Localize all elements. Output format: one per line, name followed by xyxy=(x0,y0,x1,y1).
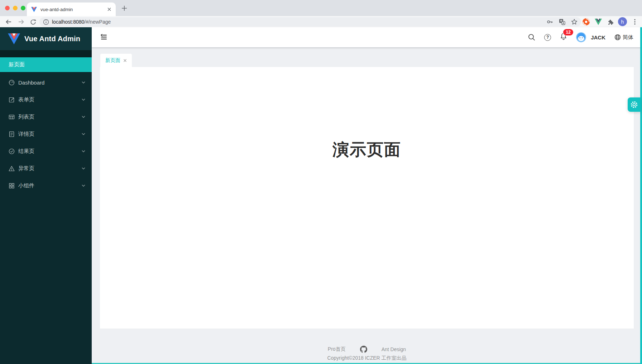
menu-fold-icon[interactable] xyxy=(100,33,108,41)
sidebar-item-label: 列表页 xyxy=(18,114,82,120)
page-tabbar: 新页面 xyxy=(92,47,642,67)
user-avatar[interactable] xyxy=(576,32,586,42)
extension-orange-icon[interactable] xyxy=(581,17,590,26)
translate-icon[interactable] xyxy=(559,19,565,25)
new-tab-button[interactable] xyxy=(120,4,128,12)
url-path: /#/newPage xyxy=(84,19,111,25)
chevron-down-icon xyxy=(82,167,85,169)
main-area: ? 12 JACK 简体 xyxy=(92,27,642,364)
sidebar-item-dashboard[interactable]: Dashboard xyxy=(0,75,92,90)
browser-tab[interactable]: vue-antd-admin xyxy=(27,3,116,16)
browser-profile-avatar[interactable]: h xyxy=(618,17,627,26)
bookmark-star-icon[interactable] xyxy=(571,19,578,25)
chevron-down-icon xyxy=(82,185,85,187)
browser-tab-title: vue-antd-admin xyxy=(40,7,107,12)
check-circle-icon xyxy=(9,148,15,154)
app-title: Vue Antd Admin xyxy=(24,35,80,43)
address-bar[interactable]: localhost:8080/#/newPage xyxy=(39,17,581,27)
maximize-window-button[interactable] xyxy=(21,6,25,10)
forward-icon[interactable] xyxy=(17,18,25,26)
footer-link-pro-home[interactable]: Pro首页 xyxy=(328,346,346,353)
vue-favicon-icon xyxy=(31,7,37,12)
chevron-down-icon xyxy=(82,133,85,135)
content-card: 演示页面 xyxy=(100,67,634,329)
sidebar-item-form[interactable]: 表单页 xyxy=(0,92,92,107)
profile-icon xyxy=(9,131,15,137)
search-icon[interactable] xyxy=(528,34,535,41)
sidebar: Vue Antd Admin 新页面 Dashboard xyxy=(0,27,92,364)
settings-drawer-button[interactable] xyxy=(628,97,641,112)
tab-close-icon[interactable] xyxy=(123,59,127,62)
global-footer: Pro首页 Ant Design Copyright©2018 ICZER 工作… xyxy=(92,345,642,361)
warning-icon xyxy=(9,166,15,172)
notification-bell[interactable]: 12 xyxy=(560,33,567,42)
sidebar-item-label: 小组件 xyxy=(18,182,82,189)
sidebar-item-detail[interactable]: 详情页 xyxy=(0,126,92,142)
minimize-window-button[interactable] xyxy=(13,6,18,10)
chevron-down-icon xyxy=(82,99,85,101)
table-icon xyxy=(9,114,15,120)
tab-label: 新页面 xyxy=(105,57,120,64)
sidebar-item-label: 新页面 xyxy=(9,61,25,68)
password-key-icon[interactable] xyxy=(547,19,553,25)
chevron-down-icon xyxy=(82,81,85,83)
form-icon xyxy=(9,97,15,103)
site-info-icon[interactable] xyxy=(43,19,49,25)
sidebar-item-label: 异常页 xyxy=(18,165,82,172)
sidebar-menu-gap xyxy=(0,50,92,57)
footer-link-ant-design[interactable]: Ant Design xyxy=(382,346,406,352)
page-title: 演示页面 xyxy=(100,67,634,161)
language-selector[interactable]: 简体 xyxy=(614,34,633,41)
app-root: Vue Antd Admin 新页面 Dashboard xyxy=(0,27,642,364)
sidebar-item-widgets[interactable]: 小组件 xyxy=(0,178,92,193)
extensions-puzzle-icon[interactable] xyxy=(606,17,615,26)
window-controls xyxy=(5,6,25,10)
header-actions: ? 12 JACK 简体 xyxy=(528,27,633,47)
username-label[interactable]: JACK xyxy=(591,34,605,40)
sidebar-item-newpage[interactable]: 新页面 xyxy=(0,57,92,72)
app-logo[interactable]: Vue Antd Admin xyxy=(0,27,92,50)
dashboard-icon xyxy=(9,80,15,86)
tab-close-icon[interactable] xyxy=(107,7,111,11)
browser-tabstrip: vue-antd-admin xyxy=(0,0,642,16)
back-icon[interactable] xyxy=(4,18,13,26)
browser-menu-kebab-icon[interactable] xyxy=(630,17,639,26)
sidebar-item-exception[interactable]: 异常页 xyxy=(0,161,92,176)
sidebar-item-label: 详情页 xyxy=(18,131,82,138)
sidebar-item-label: 结果页 xyxy=(18,148,82,155)
sidebar-menu: Dashboard 表单页 xyxy=(0,75,92,193)
extension-vue-devtools-icon[interactable] xyxy=(594,17,603,26)
browser-window: vue-antd-admin localhost:8080/#/newPage xyxy=(0,0,642,364)
vue-logo-icon xyxy=(8,33,20,44)
theme-edge-strip xyxy=(640,27,642,364)
gear-icon xyxy=(630,101,638,109)
page-header: ? 12 JACK 简体 xyxy=(92,27,642,47)
tab-newpage[interactable]: 新页面 xyxy=(100,54,132,67)
sidebar-item-label: 表单页 xyxy=(18,96,82,103)
url-text: localhost:8080/#/newPage xyxy=(52,19,111,25)
sidebar-item-list[interactable]: 列表页 xyxy=(0,109,92,124)
reload-icon[interactable] xyxy=(29,18,37,26)
appstore-icon xyxy=(9,183,15,189)
sidebar-item-result[interactable]: 结果页 xyxy=(0,144,92,159)
url-host: localhost:8080 xyxy=(52,19,84,25)
help-icon[interactable]: ? xyxy=(544,34,551,41)
copyright-text: Copyright©2018 ICZER 工作室出品 xyxy=(92,355,642,361)
close-window-button[interactable] xyxy=(5,6,10,10)
notification-badge: 12 xyxy=(563,29,573,35)
github-icon[interactable] xyxy=(360,346,367,353)
sidebar-item-label: Dashboard xyxy=(18,80,82,86)
chevron-down-icon xyxy=(82,150,85,152)
chevron-down-icon xyxy=(82,116,85,118)
language-label: 简体 xyxy=(623,34,633,41)
browser-toolbar: localhost:8080/#/newPage xyxy=(0,16,642,27)
globe-icon xyxy=(614,34,621,40)
